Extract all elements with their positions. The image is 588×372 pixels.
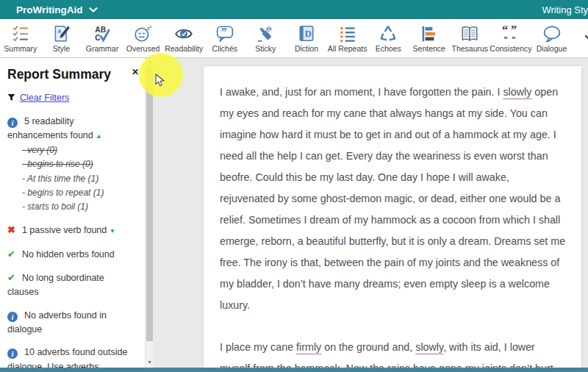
toolbar-item-style[interactable]: AStyle [41,19,82,57]
expand-down-icon[interactable]: ▼ [110,227,115,235]
toolbar-item-label: Thesaurus [452,44,489,53]
info-icon: i [7,346,18,360]
close-icon[interactable]: ✕ [132,68,139,76]
panel-title: Report Summary [7,67,111,82]
doc-text: I place my cane [220,341,296,353]
info-icon: i [7,115,18,129]
chevron-down-icon [89,7,98,12]
svg-text:”: ” [220,25,226,38]
check-icon: ✔ [7,247,15,262]
toolbar-item-summary[interactable]: Summary [0,19,41,57]
subitem[interactable]: - begins to rise (0) [22,157,145,171]
document-page[interactable]: I awake, and, just for an moment, I have… [204,66,581,368]
svg-text:D: D [305,29,312,39]
bottom-bar [0,368,588,372]
doc-text: on the ground and, [321,341,415,353]
svg-text:AB: AB [95,25,106,33]
grammar-icon: ABC [92,23,112,44]
toolbar-item-pacing[interactable]: P [572,19,588,57]
flagged-word[interactable]: firmly [296,341,321,353]
toolbar-item-sentence[interactable]: Sentence [409,19,450,57]
flagged-word[interactable]: slowly [503,86,531,98]
pacing-icon [582,23,588,44]
app-menu-dropdown[interactable]: ProWritingAid [0,4,98,15]
toolbar-item-label: All Repeats [328,44,368,53]
subitem-list: - very (0)- begins to rise (0)- At this … [22,143,145,214]
doc-paragraph[interactable]: I place my cane firmly on the ground and… [220,337,566,368]
content-area: Report Summary ✕ Clear Filters i5 readab… [0,58,588,368]
expand-up-icon[interactable]: ▲ [96,132,101,140]
svg-text:C: C [95,33,101,41]
readability-icon [173,23,194,44]
editor-workspace: I awake, and, just for an moment, I have… [153,58,588,368]
sticky-icon: S [255,23,276,44]
toolbar-item-label: Consistency [490,44,531,53]
toolbar-item-label: Style [53,44,70,53]
summary-item: ✔No long subordinate clauses [7,271,136,300]
toolbar-item-grammar[interactable]: ABCGrammar [82,19,123,57]
svg-text:”: ” [512,34,515,43]
info-icon: i [7,309,18,323]
toolbar-item-label: Dialogue [537,44,567,53]
toolbar-item-label: Grammar [86,44,118,53]
thesaurus-icon [459,23,480,44]
writing-style-menu[interactable]: Writing Styl [542,4,588,15]
app-window: ProWritingAid Writing Styl SummaryAStyle… [0,0,588,372]
summary-item-text: No hidden verbs found [22,249,115,260]
error-icon: ✖ [7,223,15,237]
overused-icon: zz [133,23,154,44]
summary-item-text: No long subordinate clauses [7,273,104,297]
report-summary-panel: Report Summary ✕ Clear Filters i5 readab… [0,58,145,368]
subitem[interactable]: - begins to repeat (1) [22,186,145,200]
svg-text:S: S [268,26,270,31]
app-title: ProWritingAid [16,4,83,15]
summary-item-text: 10 adverbs found outside dialogue. Use a… [7,347,127,368]
report-toolbar: SummaryAStyleABCGrammarzzOverusedReadabi… [0,19,588,58]
subitem[interactable]: - very (0) [22,143,145,157]
toolbar-item-diction[interactable]: DDiction [286,19,327,57]
toolbar-item-label: Echoes [376,44,401,53]
toolbar-item-consistency[interactable]: “”””Consistency [490,19,531,57]
echoes-icon [378,23,398,44]
toolbar-item-thesaurus[interactable]: Thesaurus [450,19,491,57]
doc-paragraph[interactable]: I awake, and, just for an moment, I have… [220,82,566,316]
doc-text: I awake, and, just for an moment, I have… [220,86,503,98]
toolbar-item-cliches[interactable]: ”Clichés [204,19,245,57]
toolbar-item-sticky[interactable]: SSticky [245,19,287,57]
style-icon: A [51,23,71,44]
toolbar-item-label: Sticky [255,44,276,53]
toolbar-item-label: Readability [165,44,203,53]
svg-text:z: z [149,24,151,29]
sentence-icon [419,23,440,44]
svg-text:A: A [58,28,62,35]
summary-item: ✔No hidden verbs found [7,247,136,262]
toolbar-item-label: Clichés [212,44,237,53]
summary-item-text: 5 readability enhancements found [7,116,93,140]
summary-item: i10 adverbs found outside dialogue. Use … [7,346,136,368]
topbar: ProWritingAid Writing Styl [0,0,588,19]
toolbar-item-echoes[interactable]: Echoes [368,19,409,57]
flagged-word[interactable]: slowly [415,341,443,353]
scrollbar-thumb[interactable] [146,65,153,341]
toolbar-item-readability[interactable]: Readability [163,19,204,57]
summary-item-text: No adverbs found in dialogue [7,310,107,335]
filter-icon [7,93,15,101]
subitem[interactable]: - At this time the (1) [22,172,145,186]
toolbar-item-label: Sentence [413,44,445,53]
toolbar-item-label: Overused [126,44,160,53]
clear-filters-link[interactable]: Clear Filters [7,93,69,103]
summary-item-text: 1 passive verb found [22,225,107,235]
toolbar-item-all-repeats[interactable]: All Repeats [327,19,368,57]
check-icon: ✔ [7,271,15,285]
subitem[interactable]: - starts to boil (1) [22,200,145,214]
all-repeats-icon [337,23,358,44]
summary-item: ✖1 passive verb found ▼ [7,223,136,237]
dialogue-icon [542,23,562,44]
svg-text:”: ” [503,34,507,43]
toolbar-item-overused[interactable]: zzOverused [123,19,164,57]
doc-text: open my eyes and reach for my cane that … [220,86,565,311]
summary-item: iNo adverbs found in dialogue [7,309,136,337]
sidebar-scrollbar[interactable]: ▴ ▾ [145,58,153,368]
diction-icon: D [296,23,317,44]
toolbar-item-dialogue[interactable]: Dialogue [531,19,573,57]
